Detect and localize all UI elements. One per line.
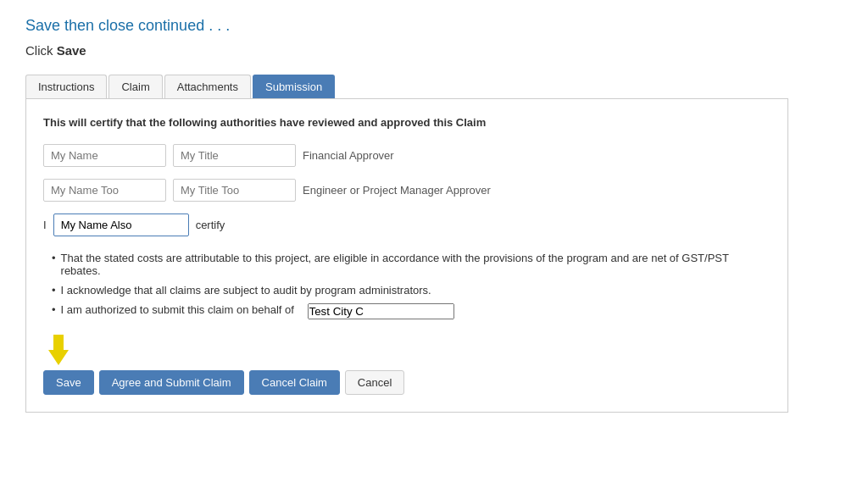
tab-instructions[interactable]: Instructions	[25, 75, 107, 98]
arrow-shaft	[53, 335, 64, 350]
approver-row-1: Financial Approver	[43, 144, 771, 167]
bullet-item-3: I am authorized to submit this claim on …	[52, 303, 771, 319]
certify-row: I certify	[43, 214, 771, 236]
instruction-bold: Save	[57, 43, 86, 58]
certify-word: certify	[196, 219, 225, 231]
tab-bar: Instructions Claim Attachments Submissio…	[25, 75, 788, 99]
save-button[interactable]: Save	[43, 370, 94, 395]
bullet-item-1: That the stated costs are attributable t…	[52, 252, 771, 277]
approver1-name-input[interactable]	[43, 144, 166, 167]
form-container: This will certify that the following aut…	[25, 99, 788, 413]
agree-submit-button[interactable]: Agree and Submit Claim	[99, 370, 244, 395]
certifier-name-input[interactable]	[53, 214, 189, 236]
certify-statement: This will certify that the following aut…	[43, 116, 771, 129]
approver2-title-input[interactable]	[173, 179, 296, 202]
behalf-input[interactable]	[308, 303, 454, 319]
bullet-item-2: I acknowledge that all claims are subjec…	[52, 284, 771, 297]
approver-row-2: Engineer or Project Manager Approver	[43, 179, 771, 202]
bullet-list: That the stated costs are attributable t…	[43, 252, 771, 319]
i-label: I	[43, 219, 47, 231]
tab-attachments[interactable]: Attachments	[164, 75, 251, 98]
arrow-indicator	[43, 335, 771, 365]
click-instruction: Click Save	[25, 43, 788, 58]
instruction-prefix: Click	[25, 43, 57, 58]
cancel-button[interactable]: Cancel	[345, 370, 404, 395]
approver2-name-input[interactable]	[43, 179, 166, 202]
action-buttons: Save Agree and Submit Claim Cancel Claim…	[43, 370, 771, 395]
cancel-claim-button[interactable]: Cancel Claim	[249, 370, 340, 395]
page-title: Save then close continued . . .	[25, 17, 788, 35]
behalf-text: I am authorized to submit this claim on …	[61, 303, 294, 316]
arrow-head	[48, 350, 69, 365]
tab-submission[interactable]: Submission	[253, 75, 335, 98]
approver2-role: Engineer or Project Manager Approver	[303, 184, 491, 197]
approver1-title-input[interactable]	[173, 144, 296, 167]
approver1-role: Financial Approver	[303, 149, 394, 162]
tab-claim[interactable]: Claim	[108, 75, 162, 98]
